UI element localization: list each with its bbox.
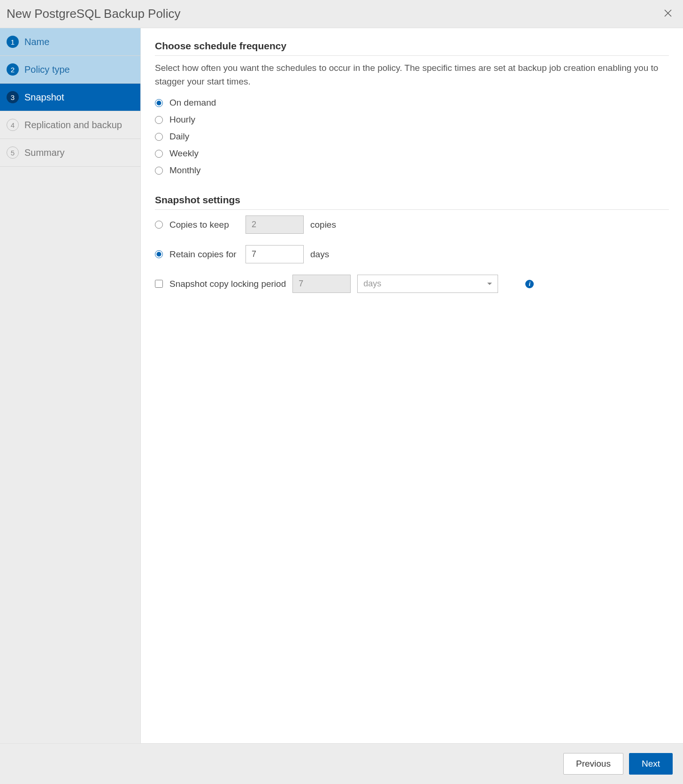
- sidebar-step-replication[interactable]: 4 Replication and backup: [0, 111, 140, 139]
- dialog-footer: Previous Next: [0, 743, 683, 784]
- close-button[interactable]: [662, 8, 674, 20]
- dialog-new-backup-policy: New PostgreSQL Backup Policy 1 Name 2 Po…: [0, 0, 683, 784]
- retain-copies-row: Retain copies for days: [155, 245, 669, 263]
- radio-daily[interactable]: [155, 133, 163, 141]
- close-icon: [662, 8, 674, 19]
- locking-period-input[interactable]: [292, 275, 351, 293]
- divider: [155, 209, 669, 210]
- sidebar-step-name[interactable]: 1 Name: [0, 28, 140, 56]
- radio-on-demand[interactable]: [155, 99, 163, 107]
- frequency-option-hourly[interactable]: Hourly: [155, 115, 669, 125]
- locking-unit-select[interactable]: days: [357, 275, 498, 293]
- step-label: Replication and backup: [24, 120, 122, 131]
- select-value: days: [363, 279, 381, 289]
- step-label: Snapshot: [24, 92, 64, 103]
- dialog-header: New PostgreSQL Backup Policy: [0, 0, 683, 28]
- radio-label: Hourly: [169, 115, 195, 125]
- wizard-sidebar: 1 Name 2 Policy type 3 Snapshot 4 Replic…: [0, 28, 141, 743]
- frequency-option-weekly[interactable]: Weekly: [155, 148, 669, 159]
- copies-to-keep-input[interactable]: [246, 215, 304, 234]
- chevron-down-icon: [487, 283, 492, 285]
- radio-label: Monthly: [169, 165, 201, 176]
- frequency-option-daily[interactable]: Daily: [155, 131, 669, 142]
- schedule-heading: Choose schedule frequency: [155, 40, 669, 52]
- schedule-description: Select how often you want the schedules …: [155, 61, 669, 88]
- radio-retain-copies[interactable]: [155, 250, 163, 258]
- frequency-option-monthly[interactable]: Monthly: [155, 165, 669, 176]
- retain-unit: days: [310, 249, 329, 260]
- snapshot-heading: Snapshot settings: [155, 194, 669, 206]
- previous-button[interactable]: Previous: [563, 753, 623, 775]
- retain-copies-label: Retain copies for: [169, 249, 239, 260]
- step-number: 2: [7, 63, 19, 76]
- step-label: Name: [24, 37, 49, 47]
- copies-to-keep-label: Copies to keep: [169, 220, 239, 230]
- retain-copies-input[interactable]: [246, 245, 304, 263]
- radio-label: Weekly: [169, 148, 199, 159]
- copies-unit: copies: [310, 220, 336, 230]
- info-icon[interactable]: i: [525, 280, 534, 288]
- dialog-title: New PostgreSQL Backup Policy: [7, 7, 180, 21]
- sidebar-step-policy-type[interactable]: 2 Policy type: [0, 56, 140, 84]
- step-number: 1: [7, 36, 19, 48]
- schedule-frequency-group: On demand Hourly Daily Weekly Monthly: [155, 98, 669, 176]
- step-number: 3: [7, 91, 19, 103]
- radio-label: On demand: [169, 98, 216, 108]
- radio-copies-to-keep[interactable]: [155, 221, 163, 229]
- sidebar-step-summary[interactable]: 5 Summary: [0, 139, 140, 167]
- radio-weekly[interactable]: [155, 150, 163, 158]
- step-label: Summary: [24, 147, 65, 158]
- main-content: Choose schedule frequency Select how oft…: [141, 28, 683, 743]
- step-number: 4: [7, 119, 19, 131]
- copies-to-keep-row: Copies to keep copies: [155, 215, 669, 234]
- next-button[interactable]: Next: [629, 753, 673, 775]
- locking-period-row: Snapshot copy locking period days i: [155, 275, 669, 293]
- sidebar-step-snapshot[interactable]: 3 Snapshot: [0, 84, 140, 111]
- checkbox-locking-period[interactable]: [155, 280, 163, 288]
- step-number: 5: [7, 146, 19, 159]
- frequency-option-on-demand[interactable]: On demand: [155, 98, 669, 108]
- dialog-body: 1 Name 2 Policy type 3 Snapshot 4 Replic…: [0, 28, 683, 743]
- locking-period-label: Snapshot copy locking period: [169, 279, 286, 289]
- step-label: Policy type: [24, 64, 70, 75]
- divider: [155, 55, 669, 56]
- radio-hourly[interactable]: [155, 116, 163, 124]
- radio-monthly[interactable]: [155, 167, 163, 175]
- radio-label: Daily: [169, 131, 189, 142]
